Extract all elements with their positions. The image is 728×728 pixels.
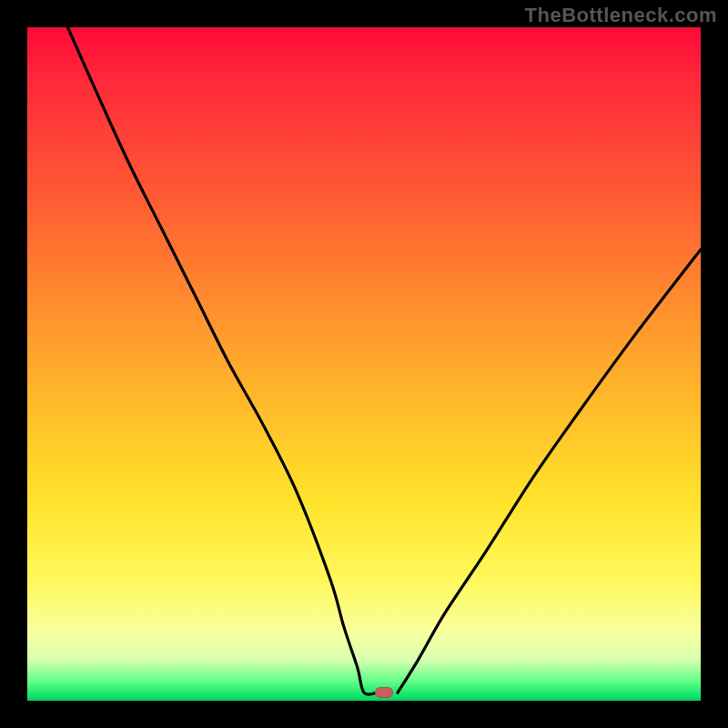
bottleneck-curve (27, 27, 701, 701)
chart-frame: TheBottleneck.com (0, 0, 728, 728)
curve-right-branch (398, 249, 701, 693)
optimal-marker (375, 687, 393, 698)
plot-area (27, 27, 701, 701)
curve-left-branch (67, 27, 377, 694)
watermark: TheBottleneck.com (525, 4, 717, 27)
